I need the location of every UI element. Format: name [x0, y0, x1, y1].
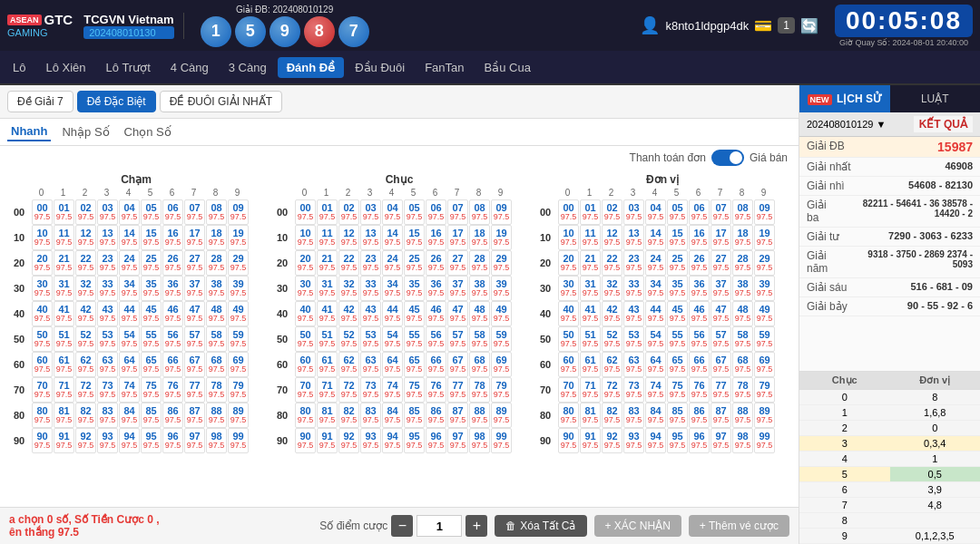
stepper-minus[interactable]: −: [391, 515, 413, 537]
number-cell-84[interactable]: 8497.5: [382, 403, 403, 428]
number-cell-27[interactable]: 2797.5: [184, 250, 205, 276]
number-cell-76[interactable]: 7697.5: [689, 377, 710, 403]
number-cell-4[interactable]: 0497.5: [645, 199, 666, 225]
number-cell-0[interactable]: 0097.5: [558, 199, 579, 225]
number-cell-70[interactable]: 7097.5: [32, 377, 53, 403]
number-cell-2[interactable]: 0297.5: [602, 199, 622, 225]
number-cell-21[interactable]: 2197.5: [54, 250, 74, 276]
number-cell-53[interactable]: 5397.5: [623, 326, 644, 352]
number-cell-71[interactable]: 7197.5: [54, 377, 74, 403]
number-cell-10[interactable]: 1097.5: [558, 225, 579, 250]
number-cell-20[interactable]: 2097.5: [32, 250, 53, 276]
number-cell-78[interactable]: 7897.5: [206, 377, 227, 403]
number-cell-45[interactable]: 4597.5: [141, 301, 162, 326]
number-cell-35[interactable]: 3597.5: [141, 276, 162, 301]
number-cell-40[interactable]: 4097.5: [32, 301, 53, 326]
number-cell-37[interactable]: 3797.5: [710, 276, 731, 301]
nav-danh-de[interactable]: Đánh Đề: [278, 57, 345, 78]
number-cell-33[interactable]: 3397.5: [360, 276, 381, 301]
number-cell-27[interactable]: 2797.5: [447, 250, 468, 276]
number-cell-73[interactable]: 7397.5: [623, 377, 644, 403]
number-cell-69[interactable]: 6997.5: [754, 352, 775, 377]
number-cell-72[interactable]: 7297.5: [75, 377, 96, 403]
number-cell-61[interactable]: 6197.5: [317, 352, 338, 377]
number-cell-82[interactable]: 8297.5: [338, 403, 359, 428]
number-cell-67[interactable]: 6797.5: [447, 352, 468, 377]
number-cell-92[interactable]: 9297.5: [338, 428, 359, 453]
number-cell-8[interactable]: 0897.5: [732, 199, 753, 225]
number-cell-70[interactable]: 7097.5: [295, 377, 316, 403]
number-cell-53[interactable]: 5397.5: [97, 326, 118, 352]
number-cell-57[interactable]: 5797.5: [447, 326, 468, 352]
number-cell-3[interactable]: 0397.5: [97, 199, 118, 225]
number-cell-39[interactable]: 3997.5: [754, 276, 775, 301]
number-cell-46[interactable]: 4697.5: [426, 301, 446, 326]
tab-lich-su[interactable]: NEW LỊCH SỬ: [799, 85, 890, 112]
number-cell-82[interactable]: 8297.5: [602, 403, 622, 428]
number-cell-31[interactable]: 3197.5: [580, 276, 601, 301]
number-cell-30[interactable]: 3097.5: [32, 276, 53, 301]
number-cell-64[interactable]: 6497.5: [645, 352, 666, 377]
number-cell-26[interactable]: 2697.5: [689, 250, 710, 276]
number-cell-39[interactable]: 3997.5: [228, 276, 249, 301]
number-cell-48[interactable]: 4897.5: [732, 301, 753, 326]
number-cell-30[interactable]: 3097.5: [295, 276, 316, 301]
number-cell-88[interactable]: 8897.5: [469, 403, 490, 428]
number-cell-3[interactable]: 0397.5: [360, 199, 381, 225]
number-cell-22[interactable]: 2297.5: [602, 250, 622, 276]
number-cell-29[interactable]: 2997.5: [228, 250, 249, 276]
nav-4-cang[interactable]: 4 Càng: [162, 57, 218, 78]
number-cell-97[interactable]: 9797.5: [184, 428, 205, 453]
number-cell-1[interactable]: 0197.5: [317, 199, 338, 225]
number-cell-20[interactable]: 2097.5: [558, 250, 579, 276]
number-cell-52[interactable]: 5297.5: [338, 326, 359, 352]
number-cell-37[interactable]: 3797.5: [447, 276, 468, 301]
clear-button[interactable]: 🗑 Xóa Tất Cả: [495, 515, 586, 537]
number-cell-73[interactable]: 7397.5: [97, 377, 118, 403]
number-cell-66[interactable]: 6697.5: [689, 352, 710, 377]
number-cell-68[interactable]: 6897.5: [732, 352, 753, 377]
number-cell-65[interactable]: 6597.5: [667, 352, 688, 377]
number-cell-43[interactable]: 4397.5: [360, 301, 381, 326]
number-cell-8[interactable]: 0897.5: [469, 199, 490, 225]
number-cell-21[interactable]: 2197.5: [317, 250, 338, 276]
nav-fantan[interactable]: FanTan: [416, 57, 473, 78]
number-cell-63[interactable]: 6397.5: [360, 352, 381, 377]
number-cell-60[interactable]: 6097.5: [558, 352, 579, 377]
number-cell-64[interactable]: 6497.5: [119, 352, 140, 377]
number-cell-55[interactable]: 5597.5: [141, 326, 162, 352]
number-cell-80[interactable]: 8097.5: [558, 403, 579, 428]
number-cell-72[interactable]: 7297.5: [602, 377, 622, 403]
stepper-plus[interactable]: +: [466, 515, 487, 537]
number-cell-89[interactable]: 8997.5: [228, 403, 249, 428]
number-cell-53[interactable]: 5397.5: [360, 326, 381, 352]
number-cell-86[interactable]: 8697.5: [689, 403, 710, 428]
stepper-input[interactable]: [416, 515, 462, 537]
number-cell-55[interactable]: 5597.5: [404, 326, 425, 352]
number-cell-65[interactable]: 6597.5: [141, 352, 162, 377]
number-cell-77[interactable]: 7797.5: [710, 377, 731, 403]
number-cell-68[interactable]: 6897.5: [469, 352, 490, 377]
number-cell-93[interactable]: 9397.5: [97, 428, 118, 453]
number-cell-13[interactable]: 1397.5: [360, 225, 381, 250]
number-cell-56[interactable]: 5697.5: [689, 326, 710, 352]
number-cell-6[interactable]: 0697.5: [426, 199, 446, 225]
number-cell-78[interactable]: 7897.5: [469, 377, 490, 403]
number-cell-41[interactable]: 4197.5: [317, 301, 338, 326]
number-cell-95[interactable]: 9597.5: [667, 428, 688, 453]
number-cell-87[interactable]: 8797.5: [710, 403, 731, 428]
number-cell-13[interactable]: 1397.5: [97, 225, 118, 250]
number-cell-30[interactable]: 3097.5: [558, 276, 579, 301]
number-cell-33[interactable]: 3397.5: [623, 276, 644, 301]
number-cell-47[interactable]: 4797.5: [447, 301, 468, 326]
number-cell-63[interactable]: 6397.5: [623, 352, 644, 377]
number-cell-66[interactable]: 6697.5: [162, 352, 183, 377]
number-cell-4[interactable]: 0497.5: [119, 199, 140, 225]
number-cell-49[interactable]: 4997.5: [491, 301, 512, 326]
number-cell-95[interactable]: 9597.5: [404, 428, 425, 453]
number-cell-4[interactable]: 0497.5: [382, 199, 403, 225]
subtab-chon-so[interactable]: Chọn Số: [121, 123, 175, 141]
number-cell-45[interactable]: 4597.5: [404, 301, 425, 326]
subtab-nhap-so[interactable]: Nhập Số: [58, 123, 113, 141]
number-cell-91[interactable]: 9197.5: [317, 428, 338, 453]
